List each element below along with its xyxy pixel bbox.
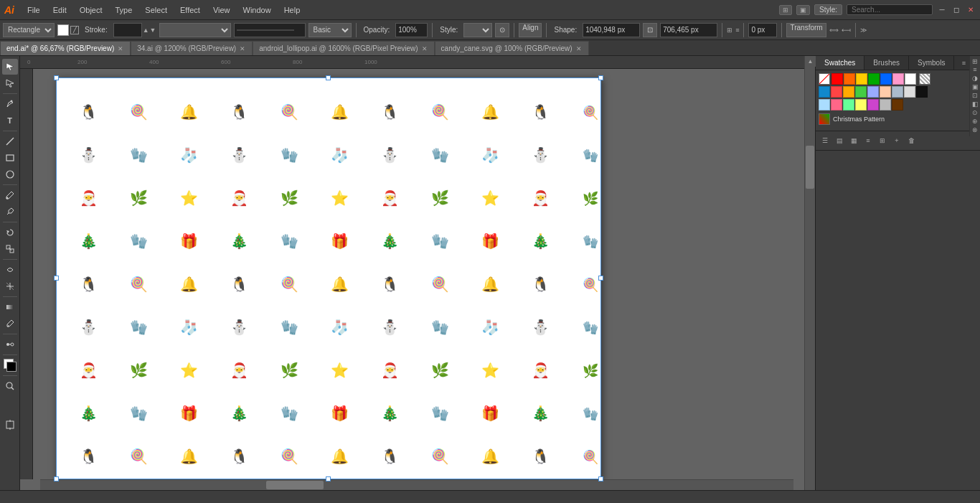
minimize-button[interactable]: ─ (937, 5, 947, 15)
right-strip-icon-4[interactable]: ▣ (972, 83, 979, 90)
panel-menu-icon[interactable]: ≡ (961, 58, 967, 68)
close-button[interactable]: ✕ (966, 5, 976, 15)
menu-effect[interactable]: Effect (174, 4, 206, 16)
transform-icon2[interactable]: ⟻ (842, 27, 851, 34)
align-button[interactable]: Align (519, 23, 542, 37)
line-tool[interactable] (2, 133, 18, 149)
h-scrollbar[interactable] (40, 479, 793, 490)
swatch-yellow[interactable] (856, 73, 867, 85)
swatch-lemon[interactable] (855, 99, 867, 111)
delete-swatch-icon[interactable]: 🗑 (905, 134, 918, 147)
tab-android[interactable]: android_lollipop.ai @ 1600% (RGB/Pixel P… (253, 41, 434, 55)
scroll-track[interactable] (805, 56, 815, 503)
stroke-style-select[interactable] (159, 23, 231, 37)
warp-tool[interactable] (2, 262, 18, 278)
transform-button[interactable]: Transform (786, 23, 826, 37)
stroke-down-arrow[interactable]: ▼ (150, 27, 156, 34)
background-color[interactable] (6, 362, 17, 372)
transform-icon1[interactable]: ⟺ (829, 27, 839, 34)
xy-input[interactable] (660, 23, 717, 37)
gradient-tool[interactable] (2, 299, 18, 315)
swatch-silver[interactable] (904, 86, 915, 98)
mode-select[interactable]: Basic (308, 23, 352, 37)
tab-34-ai[interactable]: 34.ai @ 1200% (RGB/Preview) ✕ (131, 41, 253, 55)
swatch-brown[interactable] (892, 99, 903, 111)
wh-input[interactable] (583, 23, 640, 37)
swatch-none[interactable] (819, 73, 830, 85)
swatch-amber[interactable] (843, 86, 854, 98)
right-strip-icon-8[interactable]: ⊕ (972, 118, 978, 125)
tab-brushes[interactable]: Brushes (864, 56, 909, 70)
swatch-black[interactable] (916, 86, 928, 98)
direct-selection-tool[interactable] (2, 75, 18, 91)
tool-shape-select[interactable]: Rectangle (3, 23, 55, 37)
style-select[interactable] (463, 23, 492, 37)
swatch-mint[interactable] (843, 99, 854, 111)
swatch-sky[interactable] (819, 99, 830, 111)
tab-34-ai-close[interactable]: ✕ (239, 45, 246, 52)
swatch-rose[interactable] (831, 99, 842, 111)
scroll-thumb[interactable] (806, 146, 814, 189)
tab-swatches[interactable]: Swatches (816, 56, 864, 70)
tab-end-ai[interactable]: end.ai* @ 66,67% (RGB/Preview) ✕ (0, 41, 131, 55)
scale-tool[interactable] (2, 241, 18, 257)
pen-tool[interactable] (2, 96, 18, 112)
right-strip-icon-2[interactable]: ≡ (973, 66, 976, 73)
fill-color-swatch[interactable] (57, 24, 69, 36)
align-left-icon[interactable]: ⊞ (727, 27, 732, 34)
arrange-icon[interactable]: ⊞ (779, 5, 792, 15)
swatch-pattern[interactable] (919, 73, 930, 85)
menu-window[interactable]: Window (237, 4, 277, 16)
menu-help[interactable]: Help (278, 4, 306, 16)
pencil-tool[interactable] (2, 204, 18, 220)
show-color-swatch-icon[interactable]: ≡ (862, 134, 875, 147)
swatch-orange[interactable] (844, 73, 855, 85)
paintbrush-tool[interactable] (2, 187, 18, 203)
more-options-icon[interactable]: ≫ (860, 27, 867, 34)
align-center-icon[interactable]: ≡ (735, 27, 739, 34)
canvas-area[interactable]: 0 200 400 600 800 1000 � (20, 56, 804, 503)
restore-button[interactable]: ◻ (951, 5, 961, 15)
swatch-red[interactable] (831, 73, 843, 85)
swatch-lime[interactable] (855, 86, 867, 98)
angle-input[interactable] (748, 23, 777, 37)
christmas-pattern-swatch[interactable] (819, 113, 830, 125)
show-swatch-kinds-icon[interactable]: ☰ (819, 134, 831, 147)
right-strip-icon-7[interactable]: ⊙ (972, 109, 978, 116)
swatch-pink[interactable] (892, 73, 904, 85)
eyedropper-tool[interactable] (2, 316, 18, 332)
mesh-tool[interactable] (2, 278, 18, 294)
ellipse-tool[interactable] (2, 166, 18, 182)
target-icon[interactable]: ⊙ (495, 23, 509, 37)
right-strip-icon-1[interactable]: ⊞ (971, 59, 979, 65)
new-color-group-icon[interactable]: ⊞ (876, 134, 889, 147)
wh-icon[interactable]: ⊡ (643, 23, 657, 37)
swatch-red2[interactable] (831, 86, 842, 98)
type-tool[interactable]: T (2, 113, 18, 128)
stroke-up-arrow[interactable]: ▲ (143, 27, 149, 34)
right-strip-icon-9[interactable]: ⊗ (972, 126, 978, 133)
menu-view[interactable]: View (207, 4, 236, 16)
menu-type[interactable]: Type (110, 4, 138, 16)
rectangle-tool[interactable] (2, 150, 18, 166)
swatch-lavender[interactable] (867, 86, 879, 98)
swatch-purple[interactable] (867, 99, 879, 111)
artboard-tool[interactable] (2, 417, 18, 433)
right-strip-icon-5[interactable]: ⊡ (972, 92, 978, 99)
swatch-blue[interactable] (880, 73, 892, 85)
tab-candy-cane-close[interactable]: ✕ (575, 45, 583, 52)
show-thumbnail-view-icon[interactable]: ▦ (847, 134, 860, 147)
tab-android-close[interactable]: ✕ (421, 45, 428, 52)
selection-tool[interactable] (2, 59, 18, 75)
zoom-tool[interactable] (2, 378, 18, 394)
tab-symbols[interactable]: Symbols (909, 56, 954, 70)
swatch-white[interactable] (905, 73, 916, 85)
swatch-gray[interactable] (880, 99, 891, 111)
stroke-color-swatch[interactable]: ╱ (70, 26, 79, 34)
stroke-value[interactable] (113, 23, 142, 37)
search-input[interactable] (847, 4, 933, 15)
menu-file[interactable]: File (22, 4, 46, 16)
tab-end-ai-close[interactable]: ✕ (117, 45, 124, 52)
show-list-view-icon[interactable]: ▤ (833, 134, 846, 147)
blend-tool[interactable] (2, 337, 18, 352)
